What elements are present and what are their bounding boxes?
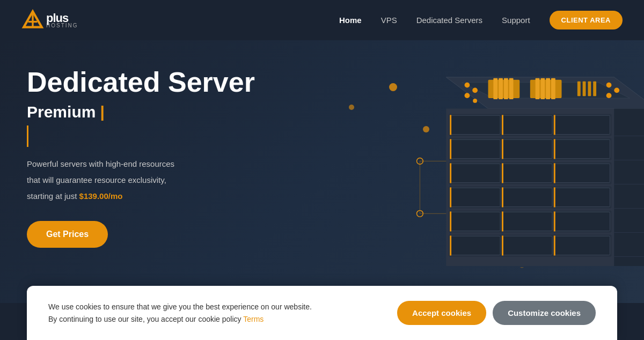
hero-content: Dedicated Server Premium | Powerful serv… xyxy=(27,67,295,248)
svg-rect-63 xyxy=(450,236,500,255)
nav-home[interactable]: Home xyxy=(339,16,362,25)
svg-rect-61 xyxy=(554,211,555,231)
svg-rect-47 xyxy=(554,163,555,183)
svg-rect-13 xyxy=(546,78,550,99)
svg-point-25 xyxy=(606,93,612,98)
svg-rect-60 xyxy=(554,212,610,231)
svg-rect-30 xyxy=(502,115,552,134)
cookie-text: We use cookies to ensure that we give yo… xyxy=(48,301,312,325)
svg-rect-6 xyxy=(493,78,497,99)
svg-rect-44 xyxy=(502,164,552,182)
svg-rect-5 xyxy=(488,80,520,98)
svg-rect-18 xyxy=(593,82,596,96)
client-area-button[interactable]: CLIENT AREA xyxy=(550,11,623,29)
svg-rect-38 xyxy=(502,139,503,159)
logo[interactable]: plus HOSTING xyxy=(21,9,78,32)
svg-rect-64 xyxy=(450,235,451,255)
logo-text: plus HOSTING xyxy=(46,12,78,28)
svg-rect-57 xyxy=(450,211,451,231)
cookie-terms-link[interactable]: Terms xyxy=(243,315,264,323)
svg-rect-68 xyxy=(554,235,555,255)
svg-rect-42 xyxy=(450,164,500,182)
svg-rect-36 xyxy=(450,139,451,159)
svg-rect-52 xyxy=(502,187,503,207)
svg-rect-58 xyxy=(502,212,552,231)
hero-desc-line3: starting at just $139.00/mo xyxy=(27,190,295,203)
svg-rect-28 xyxy=(450,115,500,134)
svg-rect-51 xyxy=(502,188,552,206)
svg-rect-66 xyxy=(502,235,503,255)
svg-rect-14 xyxy=(551,78,555,99)
svg-rect-29 xyxy=(450,115,451,135)
svg-rect-8 xyxy=(504,78,508,99)
svg-rect-59 xyxy=(502,211,503,231)
svg-point-22 xyxy=(473,99,477,103)
svg-rect-46 xyxy=(554,164,610,182)
hero-section: Dedicated Server Premium | Powerful serv… xyxy=(0,40,644,303)
cookie-message-line2: By continuing to use our site, you accep… xyxy=(48,315,243,323)
svg-rect-31 xyxy=(502,115,503,135)
cookie-banner: We use cookies to ensure that we give yo… xyxy=(27,286,617,340)
svg-rect-9 xyxy=(509,78,514,99)
accept-cookies-button[interactable]: Accept cookies xyxy=(397,301,486,325)
hero-desc-line1: Powerful servers with high-end resources xyxy=(27,158,295,171)
svg-rect-37 xyxy=(502,139,552,158)
navbar: plus HOSTING Home VPS Dedicated Servers … xyxy=(0,0,644,40)
svg-rect-54 xyxy=(554,187,555,207)
customize-cookies-button[interactable]: Customize cookies xyxy=(493,301,596,325)
svg-point-21 xyxy=(465,93,470,98)
svg-rect-40 xyxy=(554,139,555,159)
logo-icon xyxy=(21,9,44,32)
hero-subtitle: Premium | xyxy=(27,103,295,121)
svg-rect-7 xyxy=(499,78,503,99)
svg-rect-65 xyxy=(502,236,552,255)
svg-rect-12 xyxy=(540,78,545,99)
svg-marker-69 xyxy=(614,109,644,266)
svg-rect-53 xyxy=(554,188,610,206)
hero-desc-line2: that will guarantee resource exclusivity… xyxy=(27,174,295,187)
svg-point-19 xyxy=(465,83,470,88)
svg-rect-50 xyxy=(450,187,451,207)
svg-rect-32 xyxy=(554,115,610,134)
svg-rect-33 xyxy=(554,115,555,135)
hero-price: $139.00/mo xyxy=(79,191,123,201)
get-prices-button[interactable]: Get Prices xyxy=(27,221,108,248)
svg-rect-17 xyxy=(588,82,591,96)
cookie-buttons: Accept cookies Customize cookies xyxy=(397,301,596,325)
server-illustration xyxy=(295,51,644,292)
hero-subtitle-cursor: | xyxy=(100,103,104,121)
svg-point-24 xyxy=(614,87,619,93)
svg-rect-45 xyxy=(502,163,503,183)
svg-rect-43 xyxy=(450,163,451,183)
svg-rect-16 xyxy=(583,82,586,96)
svg-rect-67 xyxy=(554,236,610,255)
hero-accent-bar xyxy=(27,125,28,147)
logo-hosting-text: HOSTING xyxy=(46,23,78,28)
svg-rect-39 xyxy=(554,139,610,158)
cookie-message-line1: We use cookies to ensure that we give yo… xyxy=(48,302,312,311)
hero-title: Dedicated Server xyxy=(27,67,295,98)
svg-rect-49 xyxy=(450,188,500,206)
svg-rect-11 xyxy=(536,78,540,99)
svg-point-20 xyxy=(472,87,478,93)
nav-dedicated-servers[interactable]: Dedicated Servers xyxy=(416,16,482,25)
hero-desc-prefix: starting at just xyxy=(27,191,79,201)
svg-rect-15 xyxy=(577,82,581,96)
svg-rect-56 xyxy=(450,212,500,231)
svg-rect-35 xyxy=(450,139,500,158)
svg-point-23 xyxy=(606,83,612,88)
nav-vps[interactable]: VPS xyxy=(381,16,397,25)
svg-rect-10 xyxy=(530,80,562,98)
hero-subtitle-text: Premium xyxy=(27,103,96,121)
nav-support[interactable]: Support xyxy=(502,16,530,25)
nav-links: Home VPS Dedicated Servers Support CLIEN… xyxy=(339,11,623,29)
